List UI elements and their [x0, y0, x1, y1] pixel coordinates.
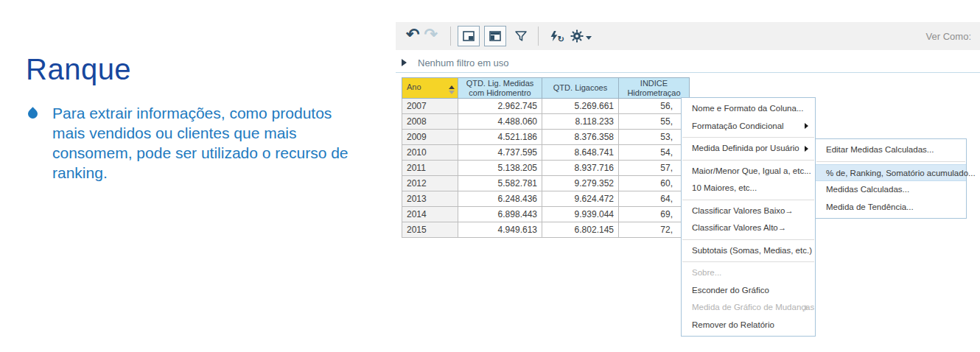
cell-indice[interactable]: 54, — [619, 145, 690, 161]
cell-indice[interactable]: 64, — [619, 191, 690, 207]
toolbar-divider — [450, 27, 451, 46]
slide-canvas: Ranque Para extrair informações, como pr… — [0, 0, 980, 352]
cell-qtd-medidas[interactable]: 6.248.436 — [458, 191, 542, 207]
cell-qtd-medidas[interactable]: 2.962.745 — [458, 99, 542, 114]
menu-item-remover-relatorio[interactable]: Remover do Relatório — [682, 317, 815, 334]
table-row: 2014 6.898.443 9.939.044 69, — [402, 207, 690, 222]
table-row: 2009 4.521.186 8.376.358 53, — [402, 130, 690, 145]
cell-qtd-ligacoes[interactable]: 6.802.145 — [542, 222, 619, 238]
panel-layout-icon — [463, 31, 475, 41]
menu-item-medida-grafico-mudancas: Medida de Gráfico de Mudanças — [682, 299, 815, 317]
submenu-item-medida-tendencia[interactable]: Medida de Tendência... — [816, 199, 966, 217]
header-row: Ano QTD. Lig. Medidas com Hidromentro QT… — [402, 78, 690, 99]
cell-ano[interactable]: 2014 — [402, 207, 458, 222]
cell-indice[interactable]: 60, — [619, 176, 690, 191]
settings-gear-icon[interactable] — [570, 29, 592, 43]
cell-ano[interactable]: 2015 — [402, 222, 458, 238]
menu-separator — [682, 200, 814, 200]
cell-ano[interactable]: 2010 — [402, 145, 458, 161]
undo-icon[interactable]: ↶ — [406, 27, 419, 43]
sort-ascending-icon[interactable] — [449, 85, 455, 94]
cell-qtd-medidas[interactable]: 4.521.186 — [458, 130, 542, 145]
cell-qtd-ligacoes[interactable]: 8.648.741 — [542, 145, 619, 161]
menu-separator — [682, 261, 814, 262]
menu-separator — [816, 161, 965, 162]
cell-qtd-medidas[interactable]: 6.898.443 — [458, 207, 542, 222]
filter-icon[interactable] — [514, 30, 528, 42]
menu-item-label: Medida Definida por Usuário — [692, 144, 799, 152]
execute-refresh-icon[interactable]: ↻ — [549, 29, 559, 43]
filter-bar: Nenhum filtro em uso — [396, 54, 980, 71]
data-grid: Ano QTD. Lig. Medidas com Hidromentro QT… — [402, 77, 690, 238]
expand-filter-icon[interactable] — [402, 59, 407, 66]
table-row: 2008 4.488.060 8.118.233 55, — [402, 114, 690, 130]
cell-ano[interactable]: 2013 — [402, 191, 458, 207]
cell-qtd-medidas[interactable]: 5.138.205 — [458, 161, 542, 176]
submenu-item-editar-medidas[interactable]: Editar Medidas Calculadas... — [816, 141, 966, 159]
menu-item-formatacao-condicional[interactable]: Formatação Condicional — [682, 118, 815, 135]
cell-qtd-ligacoes[interactable]: 8.937.716 — [542, 161, 619, 176]
menu-separator — [682, 239, 814, 240]
menu-item-nome-formato[interactable]: Nome e Formato da Coluna... — [682, 100, 815, 118]
table-row: 2010 4.737.595 8.648.741 54, — [402, 145, 690, 161]
column-header-qtd-ligacoes[interactable]: QTD. Ligacoes — [542, 78, 619, 99]
page-title: Ranque — [26, 53, 131, 86]
menu-item-medida-definida[interactable]: Medida Definida por Usuário — [682, 140, 815, 158]
bullet-text: Para extrair informações, como produtos … — [52, 103, 351, 183]
menu-separator — [682, 137, 814, 138]
table-row: 2007 2.962.745 5.269.661 56, — [402, 99, 690, 114]
menu-separator — [682, 160, 814, 161]
table-row: 2012 5.582.781 9.279.352 60, — [402, 176, 690, 191]
cell-indice[interactable]: 57, — [619, 161, 690, 176]
menu-item-label: Medida de Gráfico de Mudanças — [692, 303, 814, 311]
cell-qtd-ligacoes[interactable]: 9.279.352 — [542, 176, 619, 191]
filter-status-label: Nenhum filtro em uso — [418, 57, 509, 68]
table-row: 2013 6.248.436 9.624.472 64, — [402, 191, 690, 207]
submenu-arrow-icon — [805, 123, 808, 129]
cell-qtd-medidas[interactable]: 5.582.781 — [458, 176, 542, 191]
chevron-down-icon — [586, 36, 592, 40]
menu-item-classificar-alto[interactable]: Classificar Valores Alto→ — [682, 219, 815, 237]
cell-indice[interactable]: 72, — [619, 222, 690, 238]
cell-qtd-medidas[interactable]: 4.949.613 — [458, 222, 542, 238]
menu-item-classificar-baixo[interactable]: Classificar Valores Baixo→ — [682, 203, 815, 220]
column-header-indice[interactable]: INDICE Hidrometraçao — [619, 78, 690, 99]
menu-item-esconder-grafico[interactable]: Esconder do Gráfico — [682, 282, 815, 300]
submenu-item-ranking[interactable]: % de, Ranking, Somatório acumulado... — [816, 164, 966, 182]
cell-ano[interactable]: 2011 — [402, 161, 458, 176]
cell-qtd-ligacoes[interactable]: 9.939.044 — [542, 207, 619, 222]
redo-icon[interactable]: ↷ — [424, 27, 437, 43]
cell-ano[interactable]: 2009 — [402, 130, 458, 145]
view-as-label[interactable]: Ver Como: — [926, 31, 973, 42]
filter-bar-divider — [396, 72, 980, 73]
refresh-arrow-glyph: ↻ — [558, 35, 564, 44]
table-row: 2011 5.138.205 8.937.716 57, — [402, 161, 690, 176]
grid-layout-button[interactable] — [484, 26, 506, 46]
cell-qtd-ligacoes[interactable]: 8.376.358 — [542, 130, 619, 145]
bullet-paragraph: Para extrair informações, como produtos … — [27, 103, 351, 183]
menu-item-maior-menor[interactable]: Maior/Menor Que, Igual a, etc... — [682, 163, 815, 180]
cell-ano[interactable]: 2007 — [402, 99, 458, 114]
menu-item-subtotais[interactable]: Subtotais (Somas, Medias, etc.) — [682, 242, 815, 260]
panel-layout-button[interactable] — [458, 26, 480, 46]
menu-item-label: Formatação Condicional — [692, 122, 784, 130]
toolbar-divider — [538, 27, 539, 46]
column-header-qtd-medidas[interactable]: QTD. Lig. Medidas com Hidromentro — [458, 78, 542, 99]
cell-indice[interactable]: 69, — [619, 207, 690, 222]
cell-indice[interactable]: 56, — [619, 99, 690, 114]
column-header-ano[interactable]: Ano — [402, 78, 458, 99]
cell-ano[interactable]: 2008 — [402, 114, 458, 130]
cell-qtd-ligacoes[interactable]: 8.118.233 — [542, 114, 619, 130]
cell-indice[interactable]: 55, — [619, 114, 690, 130]
cell-qtd-medidas[interactable]: 4.488.060 — [458, 114, 542, 130]
cell-qtd-ligacoes[interactable]: 5.269.661 — [542, 99, 619, 114]
cell-ano[interactable]: 2012 — [402, 176, 458, 191]
toolbar: ↶ ↷ ↻ — [396, 22, 980, 50]
cell-indice[interactable]: 53, — [619, 130, 690, 145]
submenu: Editar Medidas Calculadas... % de, Ranki… — [815, 138, 967, 219]
cell-qtd-medidas[interactable]: 4.737.595 — [458, 145, 542, 161]
menu-item-10-maiores[interactable]: 10 Maiores, etc... — [682, 180, 815, 197]
submenu-item-medidas-calculadas[interactable]: Medidas Calculadas... — [816, 181, 966, 199]
grid-layout-icon — [489, 31, 501, 41]
cell-qtd-ligacoes[interactable]: 9.624.472 — [542, 191, 619, 207]
